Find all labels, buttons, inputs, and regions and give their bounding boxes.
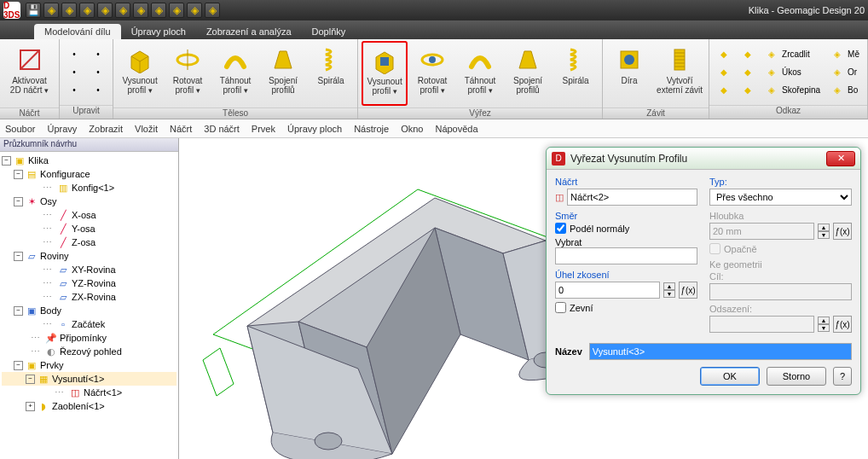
tree-zaxis[interactable]: ⋯╱Z-osa <box>2 235 176 249</box>
tree-section[interactable]: ⋯◐Řezový pohled <box>2 345 176 358</box>
tree-body[interactable]: −▣Body <box>2 304 176 317</box>
qat-cube-10[interactable]: ◈ <box>205 3 220 18</box>
qat-cube-9[interactable]: ◈ <box>187 3 202 18</box>
helix-cut-button[interactable]: Spirála <box>553 41 599 106</box>
menu-view[interactable]: Zobrazit <box>89 124 123 134</box>
depth-spinner: ▲▼ <box>818 224 830 239</box>
ext-thread-button[interactable]: Vytvoří externí závit <box>654 41 705 106</box>
outward-checkbox[interactable]: Zevní <box>555 302 697 313</box>
outward-input[interactable] <box>555 302 566 313</box>
revolve-boss-button[interactable]: Rotovat profil <box>165 41 211 106</box>
draft-angle-input[interactable] <box>555 282 660 299</box>
dialog-titlebar[interactable]: D Vyřezat Vysunutím Profilu ✕ <box>547 148 860 170</box>
qat-cube-2[interactable]: ◈ <box>61 3 77 18</box>
extrude-boss-button[interactable]: Vysunout profil <box>117 41 163 106</box>
ref-me-button[interactable]: ◈Mě <box>826 46 864 63</box>
menu-feature[interactable]: Prvek <box>252 124 275 134</box>
qat-cube-1[interactable]: ◈ <box>43 3 59 18</box>
qat-cube-3[interactable]: ◈ <box>79 3 95 18</box>
tree-extrude1[interactable]: −▦Vysunutí<1> <box>2 372 176 386</box>
draft-angle-fx-button[interactable]: ƒ(x) <box>679 282 697 299</box>
cancel-button[interactable]: Storno <box>767 367 826 386</box>
help-button[interactable]: ? <box>833 367 852 386</box>
tree-root[interactable]: −▣Klika <box>2 154 176 167</box>
qat-save[interactable]: 💾 <box>26 3 41 18</box>
tree-config[interactable]: −▤Konfigurace <box>2 167 176 181</box>
tree-xaxis[interactable]: ⋯╱X-osa <box>2 208 176 222</box>
ref-small-a3[interactable]: ◆ <box>713 82 735 99</box>
tab-view[interactable]: Zobrazení a analýza <box>196 24 302 39</box>
direction-select-input[interactable] <box>555 247 697 264</box>
menu-help[interactable]: Nápověda <box>435 124 477 134</box>
menu-surfaces[interactable]: Úpravy ploch <box>287 124 342 134</box>
helix-boss-button[interactable]: Spirála <box>308 41 354 106</box>
tree-features[interactable]: −▣Prvky <box>2 358 176 372</box>
edit-small-6[interactable]: • <box>87 82 109 99</box>
menu-sketch[interactable]: Náčrt <box>170 124 192 134</box>
activate-2d-sketch-button[interactable]: Aktivovat 2D náčrt <box>3 41 55 106</box>
qat-cube-6[interactable]: ◈ <box>133 3 148 18</box>
sweep-boss-button[interactable]: Táhnout profil <box>212 41 258 106</box>
along-normal-checkbox[interactable]: Podél normály <box>555 223 697 234</box>
revolve-cut-button[interactable]: Rotovat profil <box>409 41 455 106</box>
dialog-title: Vyřezat Vysunutím Profilu <box>570 153 826 165</box>
menu-file[interactable]: Soubor <box>5 124 35 134</box>
ref-small-a1[interactable]: ◆ <box>713 46 735 63</box>
tree-fillet1[interactable]: +◗Zaoblení<1> <box>2 399 176 413</box>
ref-or-button[interactable]: ◈Or <box>826 64 864 81</box>
tree-zx[interactable]: ⋯▱ZX-Rovina <box>2 290 176 304</box>
edit-small-2[interactable]: • <box>63 64 85 81</box>
hole-button[interactable]: Díra <box>606 41 652 106</box>
along-normal-input[interactable] <box>555 223 566 234</box>
helix-boss-icon <box>316 45 345 74</box>
tree-yaxis[interactable]: ⋯╱Y-osa <box>2 222 176 235</box>
draft-button[interactable]: ◈Úkos <box>761 64 825 81</box>
tree-sketch1[interactable]: ⋯◫Náčrt<1> <box>2 386 176 399</box>
tab-surfaces[interactable]: Úpravy ploch <box>121 24 196 39</box>
tab-addins[interactable]: Doplňky <box>302 24 356 39</box>
ref-small-b2[interactable]: ◆ <box>737 64 759 81</box>
tree-notes[interactable]: ⋯📌Připomínky <box>2 331 176 345</box>
edit-small-1[interactable]: • <box>63 46 85 63</box>
draft-label: Úkos <box>782 67 801 77</box>
ref-small-b1[interactable]: ◆ <box>737 46 759 63</box>
mirror-button[interactable]: ◈Zrcadlit <box>761 46 825 63</box>
qat-cube-7[interactable]: ◈ <box>151 3 166 18</box>
type-select[interactable]: Přes všechno <box>709 189 852 206</box>
tree-axes[interactable]: −✶Osy <box>2 195 176 208</box>
ok-button[interactable]: OK <box>700 367 760 386</box>
dialog-close-button[interactable]: ✕ <box>826 151 855 166</box>
tree-config1[interactable]: ⋯▥Konfig<1> <box>2 181 176 195</box>
tab-modeling[interactable]: Modelování dílu <box>34 24 121 39</box>
tree-planes[interactable]: −▱Roviny <box>2 249 176 263</box>
name-input[interactable] <box>589 343 852 360</box>
menu-window[interactable]: Okno <box>401 124 423 134</box>
menu-insert[interactable]: Vložit <box>135 124 158 134</box>
offset-label: Odsazení: <box>709 304 852 314</box>
menu-edit[interactable]: Úpravy <box>47 124 77 134</box>
sweep-cut-button[interactable]: Táhnout profil <box>457 41 503 106</box>
draft-angle-spinner[interactable]: ▲▼ <box>663 282 675 298</box>
ref-bo-button[interactable]: ◈Bo <box>826 82 864 99</box>
design-tree[interactable]: −▣Klika −▤Konfigurace ⋯▥Konfig<1> −✶Osy … <box>0 152 178 459</box>
tree-start[interactable]: ⋯▫Začátek <box>2 317 176 331</box>
tree-xy[interactable]: ⋯▱XY-Rovina <box>2 263 176 276</box>
qat-cube-5[interactable]: ◈ <box>115 3 130 18</box>
ref-small-a2[interactable]: ◆ <box>713 64 735 81</box>
loft-boss-button[interactable]: Spojení profilů <box>260 41 306 106</box>
menu-tools[interactable]: Nástroje <box>354 124 389 134</box>
loft-cut-button[interactable]: Spojení profilů <box>505 41 551 106</box>
qat-cube-8[interactable]: ◈ <box>169 3 184 18</box>
edit-small-4[interactable]: • <box>87 46 109 63</box>
depth-fx-button[interactable]: ƒ(x) <box>833 223 852 240</box>
edit-small-3[interactable]: • <box>63 82 85 99</box>
extrude-cut-button[interactable]: Vysunout profil <box>362 41 408 106</box>
sketch-input[interactable] <box>567 189 697 206</box>
qat-cube-4[interactable]: ◈ <box>97 3 113 18</box>
menu-3dsketch[interactable]: 3D náčrt <box>204 124 240 134</box>
ref-or-label: Or <box>848 67 857 77</box>
ref-small-b3[interactable]: ◆ <box>737 82 759 99</box>
edit-small-5[interactable]: • <box>87 64 109 81</box>
shell-button[interactable]: ◈Skořepina <box>761 82 825 99</box>
tree-yz[interactable]: ⋯▱YZ-Rovina <box>2 276 176 290</box>
